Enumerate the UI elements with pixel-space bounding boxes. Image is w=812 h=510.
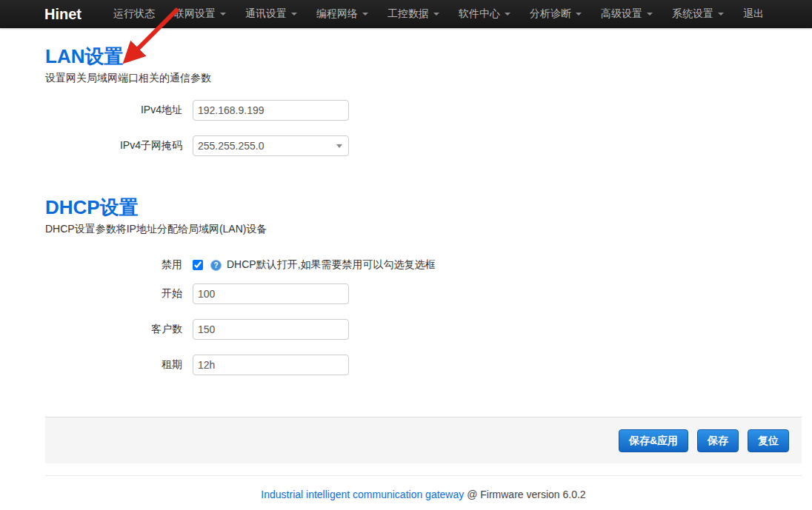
nav-item-industrial-data[interactable]: 工控数据 <box>378 0 449 28</box>
dhcp-clients-row: 客户数 <box>45 319 812 340</box>
ipv4-netmask-row: IPv4子网掩码 255.255.255.0 <box>45 135 812 156</box>
ipv4-netmask-select[interactable]: 255.255.255.0 <box>193 135 349 156</box>
actions-bar: 保存&应用 保存 复位 <box>45 417 802 463</box>
brand-logo[interactable]: Hinet <box>44 6 81 23</box>
nav-item-logout[interactable]: 退出 <box>733 0 773 28</box>
ipv4-address-label: IPv4地址 <box>45 104 182 117</box>
dhcp-section-subtitle: DHCP设置参数将IP地址分配给局域网(LAN)设备 <box>45 223 812 236</box>
dhcp-lease-input[interactable] <box>193 355 349 375</box>
gateway-footer-link[interactable]: Industrial intelligent communication gat… <box>261 489 464 500</box>
dhcp-section-title: DHCP设置 <box>45 195 812 221</box>
dhcp-clients-label: 客户数 <box>45 323 182 336</box>
nav-item-running-status[interactable]: 运行状态 <box>104 0 164 28</box>
chevron-down-icon <box>647 13 653 16</box>
lan-section-title: LAN设置 <box>45 44 812 70</box>
chevron-down-icon <box>362 13 368 16</box>
nav-item-analysis-diagnosis[interactable]: 分析诊断 <box>520 0 591 28</box>
dhcp-disable-row: 禁用 ? DHCP默认打开,如果需要禁用可以勾选复选框 <box>45 258 812 272</box>
dhcp-disable-hint: DHCP默认打开,如果需要禁用可以勾选复选框 <box>227 258 436 272</box>
nav-item-system-settings[interactable]: 系统设置 <box>662 0 733 28</box>
nav-item-programming-network[interactable]: 编程网络 <box>307 0 378 28</box>
ipv4-address-input[interactable] <box>193 100 349 121</box>
dhcp-start-label: 开始 <box>45 287 182 301</box>
nav-item-software-center[interactable]: 软件中心 <box>449 0 520 28</box>
dhcp-disable-label: 禁用 <box>45 258 182 272</box>
chevron-down-icon <box>433 13 439 16</box>
chevron-down-icon <box>576 13 582 16</box>
page-footer: Industrial intelligent communication gat… <box>45 475 802 500</box>
main-content: LAN设置 设置网关局域网端口相关的通信参数 IPv4地址 IPv4子网掩码 2… <box>0 44 812 375</box>
ipv4-address-row: IPv4地址 <box>45 100 812 121</box>
help-icon[interactable]: ? <box>210 260 222 271</box>
ipv4-netmask-label: IPv4子网掩码 <box>45 139 182 152</box>
lan-section-subtitle: 设置网关局域网端口相关的通信参数 <box>45 72 812 85</box>
reset-button[interactable]: 复位 <box>748 429 789 452</box>
dhcp-clients-input[interactable] <box>193 319 349 340</box>
chevron-down-icon <box>505 13 510 16</box>
nav-item-comm-settings[interactable]: 通讯设置 <box>236 0 307 28</box>
top-navbar: Hinet 运行状态 联网设置 通讯设置 编程网络 工控数据 软件中心 分析诊断… <box>0 0 812 28</box>
dhcp-lease-row: 租期 <box>45 355 812 375</box>
dhcp-start-input[interactable] <box>193 283 349 304</box>
save-apply-button[interactable]: 保存&应用 <box>619 429 688 452</box>
nav-item-network-settings[interactable]: 联网设置 <box>164 0 236 28</box>
chevron-down-icon <box>220 13 226 16</box>
dhcp-disable-checkbox[interactable] <box>193 260 203 270</box>
dhcp-lease-label: 租期 <box>45 358 182 372</box>
chevron-down-icon <box>291 13 297 16</box>
nav-item-advanced-settings[interactable]: 高级设置 <box>591 0 662 28</box>
firmware-version-text: @ Firmware version 6.0.2 <box>467 489 585 500</box>
dhcp-start-row: 开始 <box>45 283 812 304</box>
nav-menu: 运行状态 联网设置 通讯设置 编程网络 工控数据 软件中心 分析诊断 高级设置 … <box>104 0 773 28</box>
chevron-down-icon <box>718 13 724 16</box>
save-button[interactable]: 保存 <box>697 429 739 452</box>
